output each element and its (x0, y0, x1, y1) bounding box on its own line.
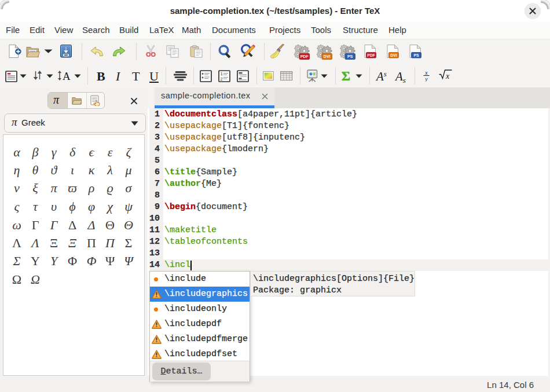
svg-text:y: y (424, 76, 428, 82)
svg-text:A: A (63, 71, 71, 81)
svg-text:DVI: DVI (390, 53, 397, 57)
svg-text:2: 2 (220, 76, 222, 82)
svg-text:x: x (424, 70, 428, 76)
svg-text:PDF: PDF (367, 53, 375, 57)
svg-text:PDF: PDF (300, 54, 309, 58)
svg-text:x: x (445, 72, 450, 80)
svg-text:DVI: DVI (324, 54, 331, 58)
svg-text:PS: PS (347, 54, 353, 58)
svg-text:PS: PS (413, 53, 419, 57)
